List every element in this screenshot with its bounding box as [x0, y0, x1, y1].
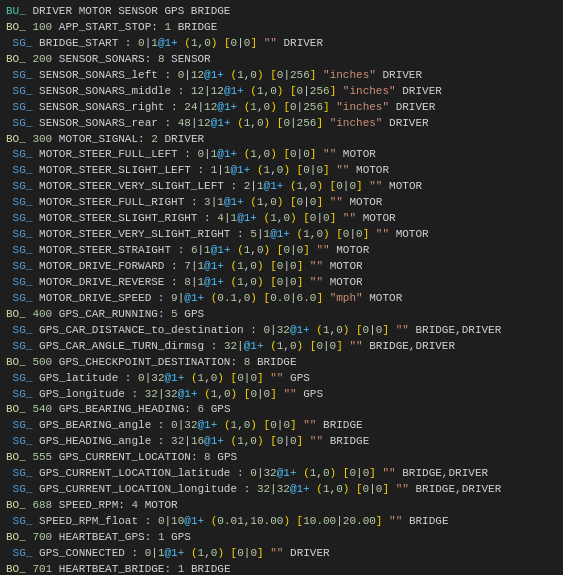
code-line: SG_ SPEED_RPM_float : 0|10@1+ (0.01,10.0… [6, 514, 557, 530]
code-line: SG_ MOTOR_STEER_STRAIGHT : 6|1@1+ (1,0) … [6, 243, 557, 259]
code-line: SG_ SENSOR_SONARS_left : 0|12@1+ (1,0) [… [6, 68, 557, 84]
code-line: SG_ SENSOR_SONARS_middle : 12|12@1+ (1,0… [6, 84, 557, 100]
code-line: SG_ GPS_CURRENT_LOCATION_longitude : 32|… [6, 482, 557, 498]
code-line: SG_ MOTOR_STEER_SLIGHT_LEFT : 1|1@1+ (1,… [6, 163, 557, 179]
code-line: SG_ MOTOR_STEER_VERY_SLIGHT_RIGHT : 5|1@… [6, 227, 557, 243]
code-line: SG_ MOTOR_DRIVE_REVERSE : 8|1@1+ (1,0) [… [6, 275, 557, 291]
code-line: SG_ MOTOR_STEER_FULL_RIGHT : 3|1@1+ (1,0… [6, 195, 557, 211]
code-line: SG_ MOTOR_STEER_SLIGHT_RIGHT : 4|1@1+ (1… [6, 211, 557, 227]
code-line: SG_ GPS_longitude : 32|32@1+ (1,0) [0|0]… [6, 387, 557, 403]
code-line: SG_ GPS_latitude : 0|32@1+ (1,0) [0|0] "… [6, 371, 557, 387]
code-line: BO_ 700 HEARTBEAT_GPS: 1 GPS [6, 530, 557, 546]
code-line: SG_ GPS_CONNECTED : 0|1@1+ (1,0) [0|0] "… [6, 546, 557, 562]
code-line: BO_ 100 APP_START_STOP: 1 BRIDGE [6, 20, 557, 36]
code-line: SG_ GPS_CAR_DISTANCE_to_destination : 0|… [6, 323, 557, 339]
code-line: BO_ 300 MOTOR_SIGNAL: 2 DRIVER [6, 132, 557, 148]
code-line: BO_ 688 SPEED_RPM: 4 MOTOR [6, 498, 557, 514]
code-line: SG_ SENSOR_SONARS_right : 24|12@1+ (1,0)… [6, 100, 557, 116]
code-line: BU_ DRIVER MOTOR SENSOR GPS BRIDGE [6, 4, 557, 20]
code-line: SG_ MOTOR_DRIVE_FORWARD : 7|1@1+ (1,0) [… [6, 259, 557, 275]
code-line: BO_ 555 GPS_CURRENT_LOCATION: 8 GPS [6, 450, 557, 466]
code-line: SG_ GPS_CURRENT_LOCATION_latitude : 0|32… [6, 466, 557, 482]
code-line: SG_ GPS_HEADING_angle : 32|16@1+ (1,0) [… [6, 434, 557, 450]
code-line: BO_ 701 HEARTBEAT_BRIDGE: 1 BRIDGE [6, 562, 557, 575]
code-line: SG_ MOTOR_STEER_VERY_SLIGHT_LEFT : 2|1@1… [6, 179, 557, 195]
code-line: BO_ 540 GPS_BEARING_HEADING: 6 GPS [6, 402, 557, 418]
code-line: SG_ MOTOR_STEER_FULL_LEFT : 0|1@1+ (1,0)… [6, 147, 557, 163]
code-line: SG_ GPS_CAR_ANGLE_TURN_dirmsg : 32|@1+ (… [6, 339, 557, 355]
code-line: BO_ 400 GPS_CAR_RUNNING: 5 GPS [6, 307, 557, 323]
code-line: BO_ 500 GPS_CHECKPOINT_DESTINATION: 8 BR… [6, 355, 557, 371]
code-line: BO_ 200 SENSOR_SONARS: 8 SENSOR [6, 52, 557, 68]
code-line: SG_ BRIDGE_START : 0|1@1+ (1,0) [0|0] ""… [6, 36, 557, 52]
code-editor: BU_ DRIVER MOTOR SENSOR GPS BRIDGEBO_ 10… [6, 4, 557, 575]
code-line: SG_ SENSOR_SONARS_rear : 48|12@1+ (1,0) … [6, 116, 557, 132]
code-line: SG_ GPS_BEARING_angle : 0|32@1+ (1,0) [0… [6, 418, 557, 434]
code-line: SG_ MOTOR_DRIVE_SPEED : 9|@1+ (0.1,0) [0… [6, 291, 557, 307]
